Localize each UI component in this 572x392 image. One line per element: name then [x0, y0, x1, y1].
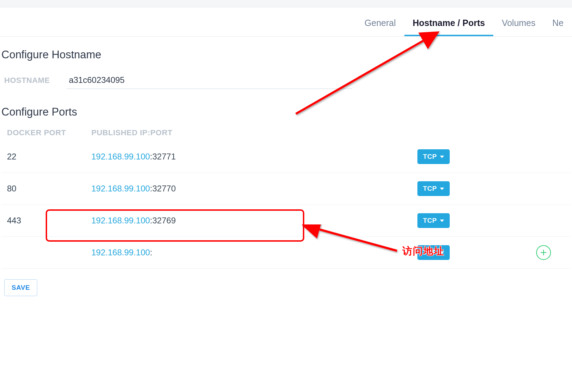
published-ip-port: 192.168.99.100: [91, 248, 403, 257]
protocol-dropdown[interactable]: TCP [417, 181, 450, 196]
published-port-separator: : [150, 184, 152, 193]
published-port-separator: : [150, 216, 152, 225]
published-port-separator: : [150, 152, 152, 161]
protocol-label: TCP [423, 217, 437, 224]
protocol-label: TCP [423, 153, 437, 161]
configure-hostname-section: Configure Hostname HOSTNAME [0, 48, 572, 94]
published-port-value: 32771 [152, 152, 176, 161]
port-row: 443 192.168.99.100:32769 TCP [1, 204, 571, 236]
protocol-dropdown[interactable]: TCP [417, 149, 450, 164]
protocol-label: TCP [423, 185, 437, 192]
configure-hostname-title: Configure Hostname [1, 48, 571, 61]
hostname-input[interactable] [67, 72, 352, 89]
chevron-down-icon [440, 188, 444, 190]
published-ip-port: 192.168.99.100:32770 [91, 184, 403, 194]
published-ip-link[interactable]: 192.168.99.100 [91, 216, 150, 225]
docker-port-value: 80 [7, 184, 91, 194]
protocol-label: TCP [423, 249, 437, 256]
chevron-down-icon [440, 251, 444, 254]
chevron-down-icon [440, 220, 444, 222]
protocol-dropdown[interactable]: TCP [417, 245, 450, 260]
ports-header: DOCKER PORT PUBLISHED IP:PORT [1, 126, 571, 141]
add-port-button[interactable] [536, 245, 551, 260]
port-row: 22 192.168.99.100:32771 TCP [1, 141, 571, 172]
published-port-separator: : [150, 248, 152, 257]
published-ip-port: 192.168.99.100:32769 [91, 216, 403, 226]
configure-ports-section: Configure Ports DOCKER PORT PUBLISHED IP… [0, 106, 572, 296]
tab-volumes[interactable]: Volumes [493, 7, 544, 36]
col-published: PUBLISHED IP:PORT [91, 128, 565, 137]
tab-network[interactable]: Ne [544, 7, 572, 36]
published-port-value: 32770 [152, 184, 176, 193]
save-button[interactable]: SAVE [4, 279, 37, 296]
window-topbar [0, 0, 572, 7]
protocol-dropdown[interactable]: TCP [417, 213, 450, 228]
published-ip-link[interactable]: 192.168.99.100 [91, 184, 150, 193]
plus-icon [540, 249, 547, 256]
tab-general[interactable]: General [356, 7, 404, 36]
tab-hostname-ports[interactable]: Hostname / Ports [404, 7, 494, 36]
docker-port-value: 443 [7, 216, 91, 226]
ports-rows: 22 192.168.99.100:32771 TCP 80 192.168.9… [1, 141, 571, 269]
published-ip-link[interactable]: 192.168.99.100 [91, 248, 150, 257]
published-ip-link[interactable]: 192.168.99.100 [91, 152, 150, 161]
ports-table: DOCKER PORT PUBLISHED IP:PORT 22 192.168… [1, 126, 571, 269]
col-docker-port: DOCKER PORT [7, 128, 91, 137]
settings-tabs: General Hostname / Ports Volumes Ne [0, 7, 572, 37]
configure-ports-title: Configure Ports [1, 106, 571, 118]
published-port-value: 32769 [152, 216, 176, 225]
port-row-new: 192.168.99.100: TCP [1, 236, 571, 269]
chevron-down-icon [440, 156, 444, 158]
docker-port-value: 22 [7, 152, 91, 162]
port-row: 80 192.168.99.100:32770 TCP [1, 172, 571, 204]
published-ip-port: 192.168.99.100:32771 [91, 152, 403, 162]
hostname-label: HOSTNAME [4, 76, 50, 85]
